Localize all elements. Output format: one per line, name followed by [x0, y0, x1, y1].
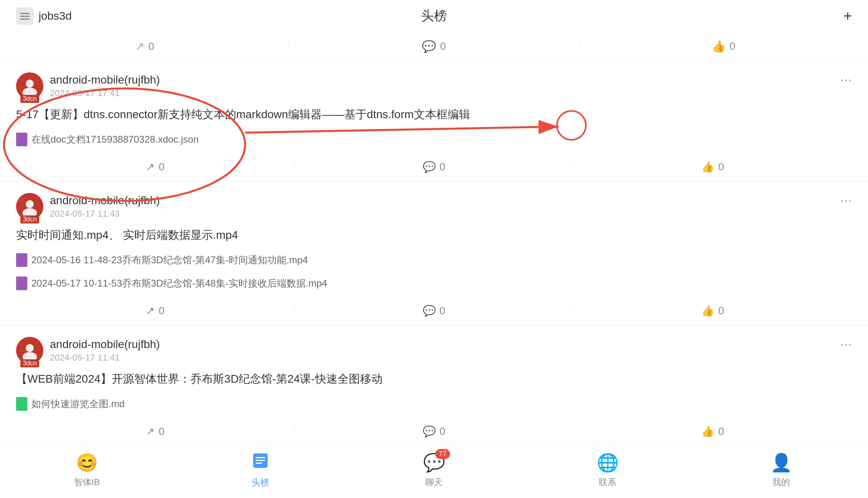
- post-time-3: 2024-05-17 11:41: [50, 352, 160, 363]
- header: jobs3d 头榜 +: [0, 0, 868, 32]
- attachment-3-0: 如何快速游览全图.md: [16, 394, 852, 414]
- username-1: android-mobile(rujfbh): [50, 74, 160, 86]
- footer-share-count-3: 0: [159, 425, 164, 438]
- post-title-1: 5-17【更新】dtns.connector新支持纯文本的markdown编辑器…: [16, 106, 852, 123]
- footer-like-3[interactable]: 👍 0: [573, 425, 852, 438]
- more-button-1[interactable]: ···: [840, 72, 852, 87]
- post-footer-1: ↗ 0 💬 0 👍 0: [0, 153, 868, 182]
- footer-like-1[interactable]: 👍 0: [573, 161, 852, 173]
- header-logo: jobs3d: [16, 7, 72, 25]
- footer-comment-3[interactable]: 💬 0: [295, 425, 574, 438]
- svg-rect-2: [20, 18, 30, 20]
- svg-rect-1: [20, 16, 30, 17]
- user-info-2: android-mobile(rujfbh) 2024-05-17 11:43: [50, 194, 160, 219]
- post-user-3: 3dcn android-mobile(rujfbh) 2024-05-17 1…: [16, 337, 160, 364]
- add-button[interactable]: +: [843, 9, 852, 23]
- user-info-3: android-mobile(rujfbh) 2024-05-17 11:41: [50, 338, 160, 363]
- attachment-name-1-0: 在线doc文档1715938870328.xdoc.json: [31, 133, 199, 146]
- nav-item-me[interactable]: 👤 我的: [694, 452, 868, 488]
- attachment-1-0: 在线doc文档1715938870328.xdoc.json: [16, 129, 852, 150]
- footer-comment-icon-1: 💬: [423, 161, 436, 173]
- like-icon: 👍: [712, 40, 726, 53]
- like-stat: 👍 0: [579, 40, 868, 53]
- attachment-2-1: 2024-05-17 10-11-53乔布斯3D纪念馆-第48集-实时接收后端数…: [16, 273, 852, 293]
- svg-point-7: [26, 344, 34, 352]
- avatar-wrapper-3: 3dcn: [16, 337, 43, 364]
- nav-top-label: 头榜: [252, 477, 269, 489]
- app-name: jobs3d: [39, 10, 72, 23]
- nav-item-ib[interactable]: 😊 智体IB: [0, 452, 174, 488]
- attachment-name-2-1: 2024-05-17 10-11-53乔布斯3D纪念馆-第48集-实时接收后端数…: [31, 277, 327, 290]
- more-button-2[interactable]: ···: [840, 193, 852, 207]
- file-icon-2-1: [16, 277, 27, 290]
- svg-rect-13: [256, 460, 265, 461]
- attachment-2-0: 2024-05-16 11-48-23乔布斯3D纪念馆-第47集-时间通知功能.…: [16, 250, 852, 270]
- post-header-2: 3dcn android-mobile(rujfbh) 2024-05-17 1…: [16, 193, 852, 220]
- post-card-2: 3dcn android-mobile(rujfbh) 2024-05-17 1…: [0, 182, 868, 293]
- svg-point-8: [23, 352, 37, 359]
- more-button-3[interactable]: ···: [840, 337, 852, 351]
- svg-point-4: [23, 88, 37, 95]
- share-stat: ↗ 0: [0, 40, 289, 53]
- nav-top-icon: [252, 452, 269, 473]
- nav-contact-icon: 🌐: [597, 452, 619, 473]
- svg-rect-12: [256, 457, 265, 458]
- footer-comment-count-3: 0: [440, 425, 445, 438]
- chat-badge: 77: [435, 449, 450, 459]
- avatar-wrapper-2: 3dcn: [16, 193, 43, 220]
- bottom-nav: 😊 智体IB 头榜 💬 77 聊天 🌐 联系 👤 我的: [0, 442, 868, 498]
- share-count: 0: [148, 40, 154, 53]
- footer-comment-1[interactable]: 💬 0: [295, 161, 574, 173]
- footer-like-count-2: 0: [718, 305, 724, 317]
- footer-share-2[interactable]: ↗ 0: [16, 305, 295, 317]
- footer-share-icon-2: ↗: [146, 305, 155, 317]
- footer-comment-count-2: 0: [440, 305, 445, 317]
- comment-stat: 💬 0: [289, 40, 579, 53]
- footer-like-icon-2: 👍: [701, 305, 714, 317]
- post-title-3: 【WEB前端2024】开源智体世界：乔布斯3D纪念馆-第24课-快速全图移动: [16, 371, 852, 387]
- footer-comment-icon-3: 💬: [423, 425, 436, 438]
- post-time-1: 2024-05-17 17:41: [50, 88, 160, 98]
- nav-item-top[interactable]: 头榜: [174, 452, 347, 489]
- post-footer-2: ↗ 0 💬 0 👍 0: [0, 297, 868, 326]
- footer-share-icon-3: ↗: [146, 425, 155, 438]
- post-card-1: 3dcn android-mobile(rujfbh) 2024-05-17 1…: [0, 61, 868, 150]
- username-3: android-mobile(rujfbh): [50, 338, 160, 351]
- nav-chat-label: 聊天: [425, 476, 443, 488]
- page-title: 头榜: [421, 7, 447, 25]
- footer-like-count-1: 0: [718, 161, 724, 173]
- footer-like-2[interactable]: 👍 0: [573, 305, 852, 317]
- nav-chat-icon: 💬 77: [423, 452, 445, 473]
- post-card-3: 3dcn android-mobile(rujfbh) 2024-05-17 1…: [0, 326, 868, 414]
- top-stats-bar: ↗ 0 💬 0 👍 0: [0, 32, 868, 61]
- post-time-2: 2024-05-17 11:43: [50, 209, 160, 219]
- footer-like-icon-3: 👍: [701, 425, 714, 438]
- attachment-name-2-0: 2024-05-16 11-48-23乔布斯3D纪念馆-第47集-时间通知功能.…: [31, 254, 308, 266]
- attachment-name-3-0: 如何快速游览全图.md: [31, 398, 125, 410]
- comment-count: 0: [440, 40, 446, 53]
- nav-item-contact[interactable]: 🌐 联系: [521, 452, 694, 488]
- svg-point-6: [23, 208, 37, 215]
- post-header-1: 3dcn android-mobile(rujfbh) 2024-05-17 1…: [16, 72, 852, 100]
- post-user-2: 3dcn android-mobile(rujfbh) 2024-05-17 1…: [16, 193, 160, 220]
- footer-share-1[interactable]: ↗ 0: [16, 161, 295, 173]
- footer-like-count-3: 0: [718, 425, 724, 438]
- user-badge-2: 3dcn: [20, 215, 39, 223]
- footer-like-icon-1: 👍: [701, 161, 714, 173]
- footer-comment-count-1: 0: [440, 161, 445, 173]
- user-info-1: android-mobile(rujfbh) 2024-05-17 17:41: [50, 74, 160, 98]
- avatar-wrapper-1: 3dcn: [16, 72, 43, 100]
- footer-share-3[interactable]: ↗ 0: [16, 425, 295, 438]
- user-badge-3: 3dcn: [20, 359, 39, 367]
- post-user-1: 3dcn android-mobile(rujfbh) 2024-05-17 1…: [16, 72, 160, 100]
- svg-point-3: [26, 80, 34, 88]
- nav-me-icon: 👤: [770, 452, 792, 473]
- svg-point-5: [26, 200, 34, 208]
- footer-share-icon-1: ↗: [146, 161, 155, 173]
- nav-item-chat[interactable]: 💬 77 聊天: [347, 452, 521, 488]
- footer-share-count-1: 0: [159, 161, 164, 173]
- file-icon-1-0: [16, 133, 27, 146]
- svg-rect-0: [20, 13, 30, 14]
- footer-comment-2[interactable]: 💬 0: [295, 305, 574, 317]
- username-2: android-mobile(rujfbh): [50, 194, 160, 207]
